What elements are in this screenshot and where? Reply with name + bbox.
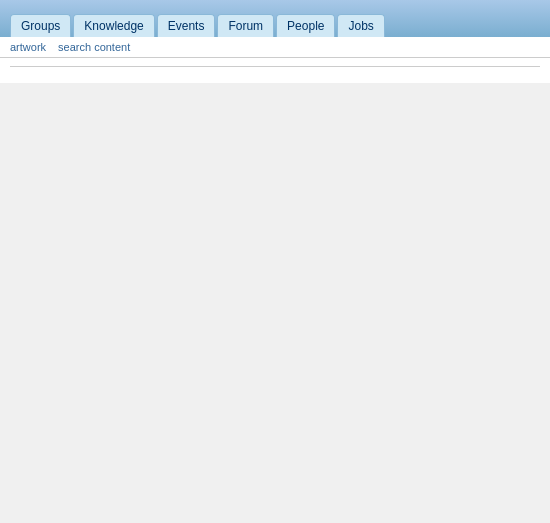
main-nav: GroupsKnowledgeEventsForumPeopleJobs xyxy=(10,10,540,37)
nav-item-forum[interactable]: Forum xyxy=(217,14,274,37)
header: GroupsKnowledgeEventsForumPeopleJobs xyxy=(0,0,550,37)
sub-nav: artworksearch content xyxy=(0,37,550,58)
content-area xyxy=(0,58,550,83)
nav-item-groups[interactable]: Groups xyxy=(10,14,71,37)
sub-nav-search-content[interactable]: search content xyxy=(58,41,130,53)
nav-item-events[interactable]: Events xyxy=(157,14,216,37)
tabs-bar xyxy=(10,66,540,67)
nav-item-people[interactable]: People xyxy=(276,14,335,37)
nav-item-jobs[interactable]: Jobs xyxy=(337,14,384,37)
sub-nav-artwork[interactable]: artwork xyxy=(10,41,46,53)
nav-item-knowledge[interactable]: Knowledge xyxy=(73,14,154,37)
